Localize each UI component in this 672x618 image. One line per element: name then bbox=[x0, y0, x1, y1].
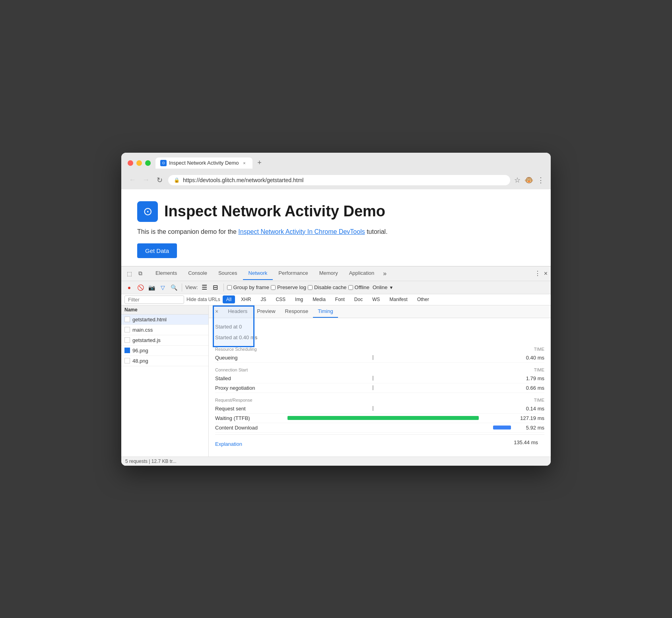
disable-cache-checkbox[interactable] bbox=[308, 285, 313, 290]
list-item[interactable]: getstarted.html bbox=[121, 315, 208, 325]
new-tab-button[interactable]: + bbox=[254, 157, 265, 169]
filter-input[interactable] bbox=[124, 295, 184, 304]
list-view-icon[interactable]: ☰ bbox=[200, 283, 209, 292]
filter-media-button[interactable]: Media bbox=[309, 295, 329, 303]
tab-sources[interactable]: Sources bbox=[213, 267, 243, 280]
resource-scheduling-header: Resource Scheduling TIME bbox=[215, 347, 544, 352]
tab-preview[interactable]: Preview bbox=[252, 305, 280, 318]
filter-font-button[interactable]: Font bbox=[332, 295, 348, 303]
back-button[interactable]: ← bbox=[128, 176, 137, 184]
list-item[interactable]: main.css bbox=[121, 325, 208, 335]
inspect-element-icon[interactable]: ⬚ bbox=[124, 269, 134, 278]
bar-indicator bbox=[373, 385, 373, 390]
devtools-panel: ⬚ ⧉ Elements Console Sources Network Per… bbox=[121, 266, 551, 466]
address-actions: ☆ 🐵 ⋮ bbox=[514, 176, 544, 185]
tab-bar: ⊙ Inspect Network Activity Demo × + bbox=[155, 157, 544, 169]
started-at-label: Started at 0 bbox=[215, 322, 544, 331]
search-icon[interactable]: 🔍 bbox=[169, 283, 179, 292]
row-bar bbox=[287, 376, 513, 381]
timing-row-ttfb: Waiting (TTFB) 127.19 ms bbox=[215, 414, 544, 423]
maximize-traffic-light[interactable] bbox=[145, 160, 151, 166]
star-icon[interactable]: ☆ bbox=[514, 176, 521, 185]
filter-other-button[interactable]: Other bbox=[414, 295, 433, 303]
file-name: getstarted.html bbox=[132, 317, 167, 323]
devtools-top-bar: ⬚ ⧉ Elements Console Sources Network Per… bbox=[121, 266, 551, 281]
screenshot-button[interactable]: 📷 bbox=[147, 283, 156, 292]
lock-icon: 🔒 bbox=[174, 177, 180, 183]
row-time: 0.40 ms bbox=[513, 355, 544, 361]
tab-close-button[interactable]: × bbox=[241, 160, 248, 166]
row-bar bbox=[287, 406, 513, 411]
file-name: main.css bbox=[132, 327, 153, 333]
total-time: 135.44 ms bbox=[514, 439, 538, 445]
device-toolbar-icon[interactable]: ⧉ bbox=[136, 269, 145, 278]
filter-xhr-button[interactable]: XHR bbox=[237, 295, 254, 303]
section-name: Resource Scheduling bbox=[215, 347, 257, 352]
devtools-tabs: Elements Console Sources Network Perform… bbox=[150, 267, 534, 280]
record-button[interactable]: ● bbox=[124, 283, 134, 292]
desc-suffix: tutorial. bbox=[365, 228, 388, 235]
forward-button[interactable]: → bbox=[141, 176, 151, 184]
clear-button[interactable]: 🚫 bbox=[136, 283, 145, 292]
disable-cache-label: Disable cache bbox=[314, 284, 347, 290]
user-icon[interactable]: 🐵 bbox=[524, 176, 533, 185]
file-icon-96png bbox=[124, 348, 130, 353]
menu-icon[interactable]: ⋮ bbox=[537, 176, 544, 185]
preserve-log-checkbox[interactable] bbox=[271, 285, 276, 290]
toolbar-divider-2 bbox=[223, 284, 224, 292]
filter-manifest-button[interactable]: Manifest bbox=[386, 295, 411, 303]
traffic-lights bbox=[128, 160, 151, 166]
get-data-button[interactable]: Get Data bbox=[137, 243, 177, 258]
devtools-top-actions: ⋮ × bbox=[534, 270, 548, 277]
devtools-menu-icon[interactable]: ⋮ bbox=[534, 270, 541, 277]
filter-js-button[interactable]: JS bbox=[257, 295, 270, 303]
tab-timing[interactable]: Timing bbox=[313, 305, 338, 318]
filter-ws-button[interactable]: WS bbox=[369, 295, 383, 303]
row-time: 1.79 ms bbox=[513, 375, 544, 381]
large-rows-icon[interactable]: ⊟ bbox=[211, 283, 220, 292]
row-name: Waiting (TTFB) bbox=[215, 415, 287, 421]
ttfb-bar bbox=[287, 416, 479, 420]
online-dropdown-icon[interactable]: ▼ bbox=[389, 285, 393, 290]
list-item[interactable]: 96.png bbox=[121, 346, 208, 356]
tab-network[interactable]: Network bbox=[243, 267, 273, 280]
tab-elements[interactable]: Elements bbox=[150, 267, 183, 280]
tab-application[interactable]: Application bbox=[344, 267, 380, 280]
timing-row-content-download: Content Download 5.92 ms bbox=[215, 423, 544, 433]
timing-close-button[interactable]: × bbox=[212, 307, 221, 316]
tab-performance[interactable]: Performance bbox=[273, 267, 313, 280]
file-name: 48.png bbox=[132, 358, 148, 364]
row-name: Content Download bbox=[215, 425, 287, 431]
list-item[interactable]: getstarted.js bbox=[121, 335, 208, 346]
tab-headers[interactable]: Headers bbox=[223, 305, 252, 318]
filter-img-button[interactable]: Img bbox=[291, 295, 307, 303]
tab-response[interactable]: Response bbox=[280, 305, 313, 318]
url-bar[interactable]: 🔒 https://devtools.glitch.me/network/get… bbox=[168, 175, 510, 185]
filter-css-button[interactable]: CSS bbox=[272, 295, 289, 303]
close-traffic-light[interactable] bbox=[128, 160, 133, 166]
group-by-frame-checkbox[interactable] bbox=[227, 285, 232, 290]
row-time: 5.92 ms bbox=[513, 425, 544, 431]
status-bar: 5 requests | 12.7 KB tr... bbox=[121, 457, 551, 466]
filter-icon[interactable]: ▽ bbox=[158, 283, 167, 292]
preserve-log-label: Preserve log bbox=[277, 284, 306, 290]
more-tabs-button[interactable]: » bbox=[380, 268, 390, 279]
filter-all-button[interactable]: All bbox=[223, 295, 235, 303]
tab-favicon: ⊙ bbox=[160, 160, 167, 166]
list-item[interactable]: 48.png bbox=[121, 356, 208, 366]
row-name: Request sent bbox=[215, 406, 287, 412]
tab-memory[interactable]: Memory bbox=[314, 267, 344, 280]
devtools-close-icon[interactable]: × bbox=[544, 270, 548, 277]
filter-doc-button[interactable]: Doc bbox=[351, 295, 366, 303]
tab-console[interactable]: Console bbox=[183, 267, 213, 280]
address-bar: ← → ↻ 🔒 https://devtools.glitch.me/netwo… bbox=[121, 172, 551, 189]
offline-checkbox[interactable] bbox=[348, 285, 353, 290]
reload-button[interactable]: ↻ bbox=[155, 176, 164, 185]
network-main-panel: Name getstarted.html main.css getstarted… bbox=[121, 305, 551, 457]
time-header: TIME bbox=[534, 367, 544, 372]
explanation-link[interactable]: Explanation bbox=[215, 441, 242, 447]
browser-tab[interactable]: ⊙ Inspect Network Activity Demo × bbox=[155, 157, 252, 169]
devtools-link[interactable]: Inspect Network Activity In Chrome DevTo… bbox=[238, 228, 365, 235]
minimize-traffic-light[interactable] bbox=[136, 160, 142, 166]
page-header: ⊙ Inspect Network Activity Demo bbox=[137, 201, 535, 222]
